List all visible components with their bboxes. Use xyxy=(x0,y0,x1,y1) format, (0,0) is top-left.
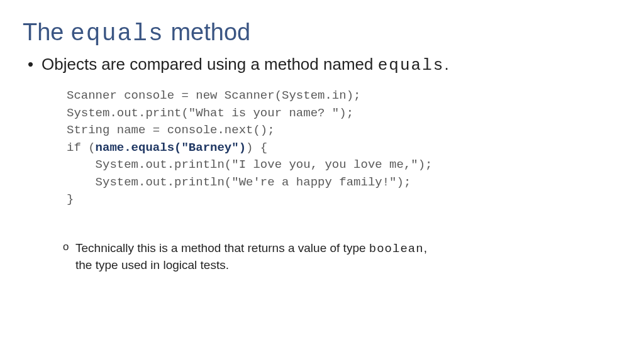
code-line-3: String name = console.next(); xyxy=(67,123,275,137)
code-line-4a: if ( xyxy=(67,141,96,155)
slide: The equals method Objects are compared u… xyxy=(0,0,644,292)
code-line-6: System.out.println("We're a happy family… xyxy=(67,175,411,189)
bullet-code: equals xyxy=(378,56,445,75)
code-block: Scanner console = new Scanner(System.in)… xyxy=(67,87,621,209)
bullet-post: . xyxy=(444,55,448,74)
code-line-5: System.out.println("I love you, you love… xyxy=(67,158,433,172)
code-line-1: Scanner console = new Scanner(System.in)… xyxy=(67,89,360,102)
title-code: equals xyxy=(70,20,164,47)
sub-line2: the type used in logical tests. xyxy=(75,258,229,272)
bullet-objects-compared: Objects are compared using a method name… xyxy=(42,55,621,75)
code-line-4-emphasis: name.equals("Barney") xyxy=(96,141,246,155)
title-pre: The xyxy=(23,19,70,45)
title-post: method xyxy=(164,19,250,45)
sub-code: boolean xyxy=(369,242,424,256)
sub-bullet-boolean: Technically this is a method that return… xyxy=(75,240,621,273)
sub-post: , xyxy=(424,241,427,255)
slide-title: The equals method xyxy=(23,19,621,47)
sub-pre: Technically this is a method that return… xyxy=(75,241,369,255)
code-line-4c: ) { xyxy=(246,141,267,155)
code-line-2: System.out.print("What is your name? "); xyxy=(67,106,353,120)
code-line-7: } xyxy=(67,192,74,206)
bullet-pre: Objects are compared using a method name… xyxy=(42,55,378,74)
